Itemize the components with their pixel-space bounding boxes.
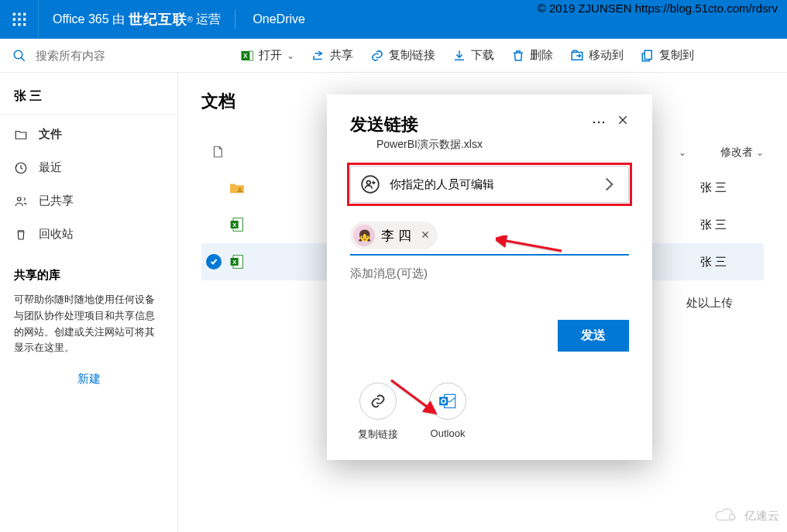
svg-rect-5 xyxy=(23,18,26,20)
shared-libs-title: 共享的库 xyxy=(0,251,177,292)
svg-line-10 xyxy=(21,57,25,61)
share-button[interactable]: 共享 xyxy=(311,48,353,63)
svg-point-25 xyxy=(362,176,379,193)
svg-rect-2 xyxy=(23,13,26,15)
more-button[interactable]: ⋯ xyxy=(592,113,606,130)
svg-point-9 xyxy=(14,50,22,59)
recipients-input[interactable]: 👧 李 四 xyxy=(350,221,629,256)
svg-rect-15 xyxy=(644,50,651,59)
link-scope-selector[interactable]: 你指定的人员可编辑 xyxy=(350,166,629,203)
col-modified-by[interactable]: 修改者 ⌄ xyxy=(720,146,764,160)
moveto-button[interactable]: 移动到 xyxy=(570,48,624,63)
search-input[interactable] xyxy=(36,49,175,62)
waffle-icon xyxy=(12,12,27,27)
svg-rect-0 xyxy=(12,13,15,15)
dialog-title: 发送链接 xyxy=(350,113,483,136)
cell-modby: 张 三 xyxy=(700,180,727,195)
nav-recent[interactable]: 最近 xyxy=(0,151,177,184)
search-icon xyxy=(12,49,26,63)
cloud-icon xyxy=(713,507,740,524)
new-site-link[interactable]: 新建 xyxy=(0,356,177,402)
download-icon xyxy=(452,49,466,63)
nav-recycle[interactable]: 回收站 xyxy=(0,218,177,251)
app-launcher-button[interactable] xyxy=(0,0,39,39)
people-add-icon xyxy=(360,174,380,194)
outlook-label: Outlook xyxy=(431,427,466,439)
nav-shared[interactable]: 已共享 xyxy=(0,184,177,218)
moveto-icon xyxy=(570,49,584,63)
close-icon xyxy=(617,114,629,126)
brand-label: Office 365 由 世纪互联® 运营 xyxy=(39,10,235,29)
recipient-name: 李 四 xyxy=(381,227,411,245)
copyto-icon xyxy=(641,49,655,63)
file-icon xyxy=(211,144,225,160)
svg-point-17 xyxy=(18,197,22,201)
svg-text:X: X xyxy=(232,259,236,266)
chevron-right-icon xyxy=(599,174,619,194)
svg-rect-8 xyxy=(23,23,26,26)
trash-icon xyxy=(511,49,525,63)
link-scope-label: 你指定的人员可编辑 xyxy=(380,177,599,192)
annotation-arrow-icon xyxy=(387,376,442,418)
send-link-dialog: 发送链接 PowerBI演示数据.xlsx ⋯ 你指定的人员可编辑 👧 李 四 … xyxy=(327,94,652,460)
recycle-icon xyxy=(14,228,28,242)
svg-point-32 xyxy=(730,514,735,520)
share-icon xyxy=(311,49,325,63)
svg-text:X: X xyxy=(243,53,248,60)
svg-point-18 xyxy=(239,187,242,190)
remove-recipient-button[interactable] xyxy=(421,228,430,242)
svg-rect-3 xyxy=(12,18,15,20)
svg-text:X: X xyxy=(232,221,236,228)
people-icon xyxy=(14,194,28,208)
folder-icon xyxy=(14,128,28,142)
search-box[interactable] xyxy=(0,49,232,63)
recent-icon xyxy=(14,161,28,175)
svg-rect-1 xyxy=(18,13,20,15)
svg-line-31 xyxy=(391,380,430,409)
watermark: 亿速云 xyxy=(713,507,779,524)
copylink-button[interactable]: 复制链接 xyxy=(370,48,435,63)
cell-modby: 张 三 xyxy=(700,218,727,232)
close-button[interactable] xyxy=(617,114,629,130)
row-checkmark-icon[interactable] xyxy=(206,254,222,269)
command-bar: X 打开⌄ 共享 复制链接 下载 删除 移动到 复制到 xyxy=(0,39,787,73)
excel-file-icon: X xyxy=(229,254,245,269)
avatar-icon: 👧 xyxy=(353,225,375,246)
cell-modby: 张 三 xyxy=(700,255,727,269)
svg-rect-4 xyxy=(18,18,20,20)
close-icon xyxy=(421,230,430,239)
copyright-text: © 2019 ZJUNSEN https://blog.51cto.com/rd… xyxy=(538,2,778,15)
shared-libs-desc: 可帮助你随时随地使用任何设备与团队协作处理项目和共享信息的网站。创建或关注网站可… xyxy=(0,292,177,356)
copyto-button[interactable]: 复制到 xyxy=(641,48,694,63)
svg-rect-6 xyxy=(12,23,15,26)
excel-file-icon: X xyxy=(229,217,245,232)
app-name[interactable]: OneDrive xyxy=(235,12,322,26)
svg-line-30 xyxy=(502,240,562,251)
svg-rect-7 xyxy=(18,23,20,26)
recipient-chip[interactable]: 👧 李 四 xyxy=(350,221,438,249)
left-nav: 张 三 文件 最近 已共享 回收站 共享的库 可帮助你随时随地使用任何设备与团队… xyxy=(0,73,178,532)
col-modified-time[interactable]: ⌄ xyxy=(679,147,686,158)
copy-link-label: 复制链接 xyxy=(358,427,398,441)
link-icon xyxy=(369,393,387,410)
svg-rect-13 xyxy=(249,51,253,60)
excel-icon: X xyxy=(240,49,254,63)
folder-shared-icon xyxy=(229,180,246,194)
delete-button[interactable]: 删除 xyxy=(511,48,553,63)
open-button[interactable]: X 打开⌄ xyxy=(240,48,294,63)
message-input[interactable]: 添加消息(可选) xyxy=(350,266,629,281)
download-button[interactable]: 下载 xyxy=(452,48,494,63)
link-icon xyxy=(370,49,384,63)
dialog-filename: PowerBI演示数据.xlsx xyxy=(376,138,483,152)
current-user: 张 三 xyxy=(0,88,177,115)
svg-point-26 xyxy=(366,180,370,184)
send-button[interactable]: 发送 xyxy=(558,320,629,352)
annotation-arrow-icon xyxy=(496,235,565,262)
nav-files[interactable]: 文件 xyxy=(0,118,177,151)
